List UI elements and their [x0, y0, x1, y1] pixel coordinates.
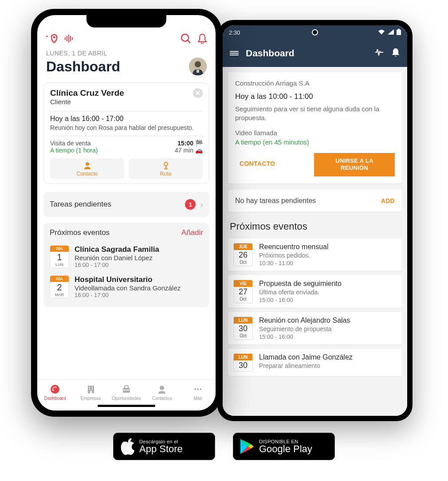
- search-icon[interactable]: [180, 33, 192, 44]
- svg-rect-17: [89, 387, 90, 388]
- event-title: Clínica Sagrada Familia: [75, 245, 203, 254]
- more-icon: [193, 384, 203, 395]
- event-desc: Seguimiento para ver si tiene alguna dud…: [235, 105, 395, 123]
- events-section: Próximos eventos Añadir DÍA 1 LUN Clínic…: [43, 223, 209, 307]
- svg-point-26: [197, 388, 199, 390]
- car-icon: 🚗: [195, 147, 203, 154]
- tab-contacts[interactable]: Contactos: [144, 380, 180, 404]
- svg-point-24: [160, 386, 164, 390]
- pending-tasks-row[interactable]: Tareas pendientes 1 ›: [43, 192, 209, 217]
- event-status: A tiempo (en 45 minutos): [235, 138, 395, 146]
- svg-point-12: [86, 162, 89, 166]
- pending-label: Tareas pendientes: [50, 200, 181, 209]
- pulse-icon[interactable]: [374, 48, 384, 59]
- dashboard-icon: [50, 384, 60, 395]
- svg-rect-6: [70, 36, 71, 41]
- wifi-icon: [378, 29, 385, 36]
- iphone-notch: [86, 15, 166, 27]
- svg-rect-11: [196, 70, 199, 73]
- svg-rect-0: [397, 30, 401, 35]
- pin-icon: [161, 161, 170, 170]
- contact-button[interactable]: CONTACTO: [235, 153, 309, 177]
- svg-rect-3: [65, 37, 66, 40]
- android-event-card[interactable]: Construcción Arriaga S.A Hoy a las 10:00…: [228, 72, 402, 184]
- visit-type: Visita de venta: [50, 140, 91, 147]
- svg-rect-21: [90, 391, 92, 393]
- google-play-bot: Google Play: [259, 444, 312, 454]
- pending-count: 1: [185, 199, 196, 210]
- event-sub: Videollamada con Sandra González: [75, 284, 203, 292]
- event-time: 16:00 - 17:00: [75, 262, 203, 268]
- event-title: Reencuentro mensual: [259, 243, 397, 251]
- event-row[interactable]: DÍA 2 MAR Hospital Universitario Videoll…: [50, 272, 203, 302]
- event-date: DÍA 2 MAR: [50, 275, 69, 298]
- date-label: LUNES, 1 DE ABRIL: [37, 47, 216, 57]
- logo-icon[interactable]: [45, 33, 59, 44]
- svg-point-27: [200, 388, 201, 390]
- event-row[interactable]: VIE 27 Oct Propuesta de seguimiento Últi…: [228, 275, 402, 308]
- event-sub: Última oferta enviada.: [259, 289, 397, 296]
- route-button[interactable]: Ruta: [129, 158, 203, 179]
- android-statusbar: 2:30: [223, 25, 407, 39]
- pulse-icon[interactable]: [64, 34, 75, 43]
- google-play-icon: [240, 438, 255, 455]
- event-row[interactable]: DÍA 1 LUN Clínica Sagrada Familia Reunió…: [50, 242, 203, 272]
- event-time: 15:00 - 16:00: [259, 333, 397, 340]
- svg-point-2: [53, 36, 55, 39]
- tab-opportunities[interactable]: Oportunidades: [109, 380, 144, 404]
- svg-rect-18: [92, 387, 93, 388]
- join-meeting-button[interactable]: UNIRSE A LA REUNIÓN: [314, 153, 395, 177]
- event-row[interactable]: LUN 30 Oct Reunión con Alejandro Salas S…: [228, 312, 402, 344]
- event-time: Hoy a las 16:00 - 17:00: [50, 115, 203, 123]
- event-sub: Seguimiento de propuesta: [259, 325, 397, 332]
- tab-companies[interactable]: Empresas: [73, 380, 108, 404]
- app-store-badge[interactable]: Descárgalo en el App Store: [113, 433, 215, 460]
- add-button[interactable]: ADD: [381, 197, 395, 204]
- events-section-title: Próximos eventos: [230, 221, 400, 232]
- iphone: LUNES, 1 DE ABRIL Dashboard Clínica Cruz…: [31, 9, 222, 417]
- bell-icon[interactable]: [197, 33, 208, 44]
- android-camera-punch: [312, 29, 318, 35]
- event-date: LUN 30: [233, 353, 253, 372]
- android-phone: 2:30 Dashboard: [217, 20, 413, 421]
- chevron-right-icon: ›: [200, 199, 203, 210]
- event-date: DÍA 1 LUN: [50, 245, 69, 268]
- opportunities-icon: [121, 384, 132, 395]
- client-name: Construcción Arriaga S.A: [235, 79, 395, 87]
- svg-rect-1: [398, 29, 400, 30]
- event-time: 10:30 - 11:00: [259, 260, 397, 266]
- events-section-title: Próximos eventos: [50, 228, 110, 237]
- app-store-bot: App Store: [139, 444, 183, 454]
- svg-point-25: [194, 388, 196, 390]
- event-title: Propuesta de seguimiento: [259, 280, 397, 288]
- event-type: Video llamada: [235, 129, 395, 137]
- ios-event-card[interactable]: Clínica Cruz Verde Cliente ✕ Hoy a las 1…: [43, 82, 209, 184]
- google-play-badge[interactable]: DISPONIBLE EN Google Play: [233, 433, 335, 460]
- svg-rect-4: [67, 36, 67, 41]
- event-desc: Reunión hoy con Rosa para hablar del pre…: [50, 124, 203, 131]
- pending-tasks-row[interactable]: No hay tareas pendientes ADD: [228, 190, 402, 212]
- person-icon: [83, 161, 92, 170]
- event-date: JUE 26 Oct: [233, 243, 253, 266]
- tab-dashboard[interactable]: Dashboard: [37, 380, 73, 404]
- contact-button[interactable]: Contacto: [50, 158, 124, 179]
- svg-point-10: [195, 61, 201, 67]
- android-header: Dashboard: [223, 39, 407, 67]
- bell-icon[interactable]: [391, 47, 400, 59]
- event-title: Llamada con Jaime González: [259, 353, 397, 361]
- event-sub: Reunión con Daniel López: [75, 254, 203, 262]
- svg-point-15: [53, 389, 54, 391]
- event-sub: Preparar alineamiento: [259, 362, 397, 369]
- hamburger-icon[interactable]: [230, 50, 239, 56]
- tab-more[interactable]: Más: [180, 380, 216, 404]
- avatar[interactable]: [189, 58, 207, 75]
- event-sub: Próximos pedidos.: [259, 252, 397, 259]
- event-row[interactable]: LUN 30 Llamada con Jaime González Prepar…: [228, 349, 402, 376]
- event-date: LUN 30 Oct: [233, 317, 253, 340]
- add-event-button[interactable]: Añadir: [181, 228, 203, 237]
- close-icon[interactable]: ✕: [193, 88, 203, 98]
- event-row[interactable]: JUE 26 Oct Reencuentro mensual Próximos …: [228, 239, 402, 271]
- battery-icon: [397, 29, 401, 36]
- svg-rect-23: [123, 390, 130, 391]
- home-indicator: [98, 405, 155, 407]
